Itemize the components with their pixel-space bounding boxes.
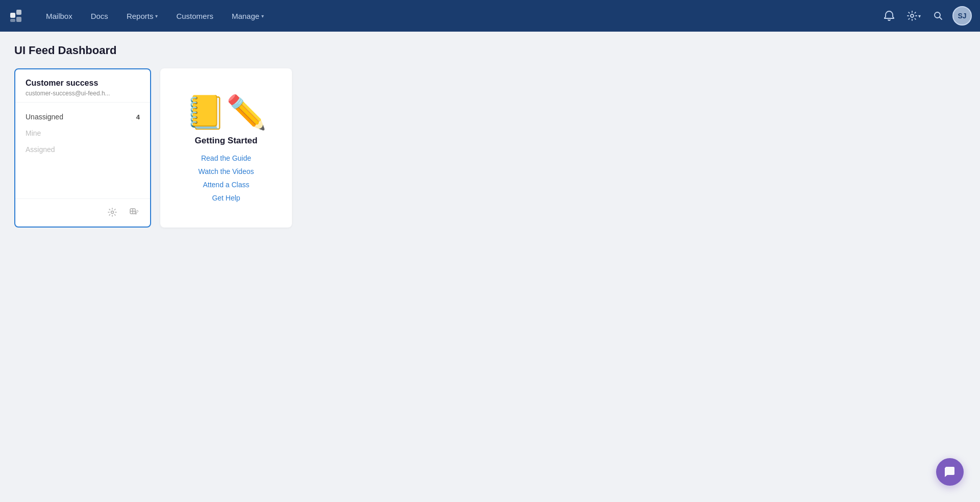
inbox-card: Customer success customer-success@ui-fee… [14,68,151,228]
manage-chevron-icon: ▾ [261,13,264,19]
reports-chevron-icon: ▾ [155,13,158,19]
svg-rect-2 [16,17,21,22]
nav-reports[interactable]: Reports ▾ [117,0,167,32]
nav-mailbox[interactable]: Mailbox [37,0,82,32]
page-content: UI Feed Dashboard Customer success custo… [0,32,980,240]
settings-button[interactable]: ▾ [903,6,924,26]
cards-row: Customer success customer-success@ui-fee… [14,68,966,228]
nav-customers[interactable]: Customers [167,0,223,32]
main-nav: Mailbox Docs Reports ▾ Customers Manage … [0,0,980,32]
svg-point-5 [935,12,940,18]
read-guide-link[interactable]: Read the Guide [201,154,251,162]
svg-point-6 [111,211,114,214]
getting-started-links: Read the Guide Watch the Videos Attend a… [173,154,280,202]
watch-videos-link[interactable]: Watch the Videos [199,167,254,175]
nav-links: Mailbox Docs Reports ▾ Customers Manage … [37,0,875,32]
inbox-mine-item[interactable]: Mine [26,125,140,141]
inbox-compose-button[interactable] [126,204,142,220]
page-title: UI Feed Dashboard [14,44,966,57]
nav-docs[interactable]: Docs [82,0,117,32]
inbox-unassigned-item[interactable]: Unassigned 4 [26,109,140,125]
chat-bubble-button[interactable] [936,458,964,486]
getting-started-title: Getting Started [195,136,258,146]
logo[interactable] [8,7,27,25]
inbox-card-footer [15,198,150,227]
inbox-card-header: Customer success customer-success@ui-fee… [15,69,150,103]
getting-started-icon: 📒✏️ [185,96,267,129]
user-avatar[interactable]: SJ [952,6,972,26]
inbox-email: customer-success@ui-feed.h... [26,90,140,97]
svg-rect-3 [10,19,15,22]
svg-rect-0 [10,13,15,18]
notifications-button[interactable] [879,6,899,26]
get-help-link[interactable]: Get Help [212,194,240,202]
nav-manage[interactable]: Manage ▾ [223,0,273,32]
inbox-settings-button[interactable] [104,204,120,220]
svg-point-4 [911,14,914,17]
svg-rect-1 [16,10,21,15]
inbox-card-body: Unassigned 4 Mine Assigned [15,103,150,198]
nav-actions: ▾ SJ [879,6,972,26]
attend-class-link[interactable]: Attend a Class [203,181,249,189]
inbox-title: Customer success [26,79,140,88]
search-button[interactable] [928,6,948,26]
inbox-assigned-item[interactable]: Assigned [26,141,140,158]
getting-started-card: 📒✏️ Getting Started Read the Guide Watch… [160,68,292,228]
